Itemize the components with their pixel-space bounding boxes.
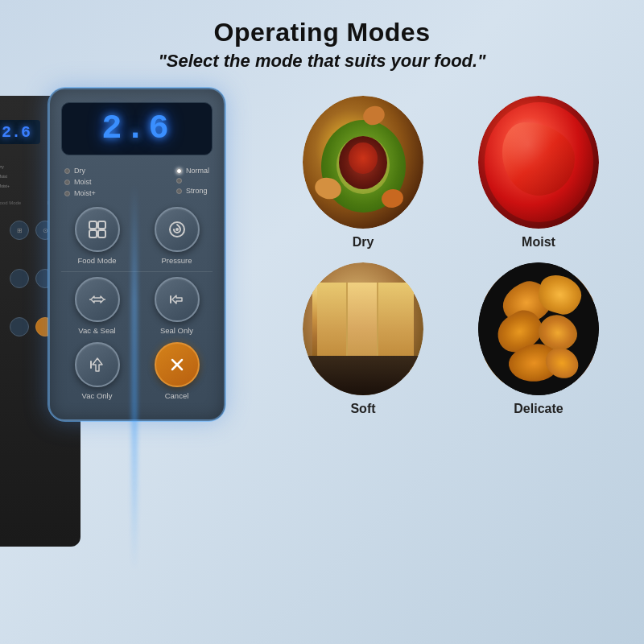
food-item-dry: Dry	[282, 96, 444, 250]
food-mode-group: Food Mode	[61, 207, 133, 265]
button-row-3: Vac Only Cancel	[61, 342, 213, 400]
strong-dot	[176, 188, 182, 194]
bg-display: 2.6	[2, 123, 31, 142]
moistplus-dot	[64, 191, 70, 196]
normal-label: Normal	[186, 167, 209, 175]
dry-visual	[303, 96, 423, 229]
button-row-2: Vac & Seal Seal Only	[61, 277, 213, 335]
moist-indicator: Moist	[64, 178, 96, 186]
food-item-soft: Soft	[282, 262, 444, 416]
moist-label: Moist	[74, 178, 92, 186]
food-image-moist	[478, 96, 599, 229]
delicate-label-text: Delicate	[514, 402, 563, 416]
vac-seal-group: Vac & Seal	[61, 277, 133, 335]
seal-only-icon	[166, 288, 188, 311]
food-grid: Dry Moist	[266, 88, 628, 424]
vac-only-label: Vac Only	[82, 391, 113, 400]
seal-only-label: Seal Only	[160, 326, 193, 335]
moistplus-label: Moist+	[74, 189, 96, 197]
right-indicators: Normal Strong	[176, 167, 209, 197]
food-mode-button[interactable]	[75, 207, 120, 252]
control-panel: 2.6 Dry Moist	[48, 88, 225, 421]
vac-only-icon	[86, 353, 109, 376]
vac-seal-label: Vac & Seal	[78, 326, 115, 335]
vac-seal-button[interactable]	[75, 277, 120, 322]
button-row-1: Food Mode Pressure	[61, 207, 213, 265]
pressure-button[interactable]	[155, 207, 200, 252]
moistplus-indicator: Moist+	[64, 189, 96, 197]
display-value: 2.6	[72, 109, 202, 148]
blue-glow-effect	[133, 184, 136, 571]
bg-screen: 2.6	[0, 120, 40, 144]
dry-dot	[64, 168, 70, 174]
vac-seal-icon	[86, 288, 109, 311]
page-subtitle: "Select the mode that suits your food."	[158, 51, 485, 72]
page-title: Operating Modes	[158, 18, 485, 47]
medium-indicator	[176, 178, 209, 184]
dry-indicator: Dry	[64, 167, 96, 175]
pressure-group: Pressure	[141, 207, 213, 265]
food-item-moist: Moist	[457, 96, 620, 250]
moist-label-text: Moist	[522, 235, 555, 250]
pressure-label: Pressure	[161, 256, 192, 265]
page-container: Operating Modes "Select the mode that su…	[0, 0, 644, 644]
svg-point-5	[175, 228, 179, 231]
display-screen: 2.6	[61, 102, 213, 155]
svg-rect-0	[89, 221, 97, 229]
cancel-label: Cancel	[165, 391, 189, 400]
svg-rect-1	[98, 221, 105, 229]
seal-only-button[interactable]	[155, 277, 200, 322]
food-image-dry	[303, 96, 423, 229]
svg-rect-2	[89, 230, 97, 237]
strong-label: Strong	[186, 187, 208, 195]
vac-only-group: Vac Only	[61, 342, 133, 400]
header: Operating Modes "Select the mode that su…	[142, 0, 502, 80]
normal-dot	[176, 168, 182, 174]
cancel-button[interactable]	[155, 342, 200, 387]
moist-visual	[478, 96, 599, 229]
food-image-delicate	[478, 262, 599, 395]
separator-1	[61, 271, 213, 272]
cancel-icon	[166, 353, 188, 376]
mode-indicators: Dry Moist Moist+	[61, 167, 213, 197]
device-wrapper: 2.6 Dry Moist Moist+	[8, 88, 266, 421]
dry-label-text: Dry	[353, 235, 374, 250]
svg-rect-3	[98, 230, 105, 237]
dry-label: Dry	[74, 167, 85, 175]
food-image-soft	[303, 262, 423, 395]
medium-dot	[176, 178, 182, 184]
cancel-group: Cancel	[141, 342, 213, 400]
delicate-visual	[478, 262, 599, 395]
soft-label-text: Soft	[350, 402, 375, 416]
left-indicators: Dry Moist Moist+	[64, 167, 96, 197]
moist-dot	[64, 180, 70, 185]
vac-only-button[interactable]	[75, 342, 120, 387]
content-area: 2.6 Dry Moist Moist+	[0, 80, 644, 424]
food-mode-label: Food Mode	[77, 256, 116, 265]
soft-visual	[303, 262, 423, 395]
normal-indicator: Normal	[176, 167, 209, 175]
seal-only-group: Seal Only	[141, 277, 213, 335]
strong-indicator: Strong	[176, 187, 209, 195]
food-item-delicate: Delicate	[457, 262, 620, 416]
pressure-icon	[166, 218, 188, 241]
food-mode-icon	[86, 218, 109, 241]
